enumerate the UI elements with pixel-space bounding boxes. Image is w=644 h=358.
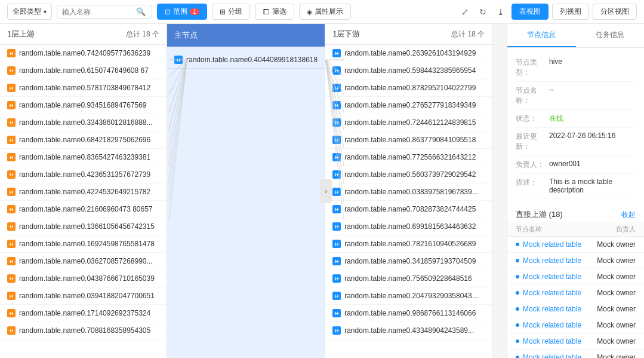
upstream-collapse-button[interactable]: 收起 bbox=[621, 210, 636, 220]
center-panel-header: 主节点 bbox=[167, 24, 325, 47]
downstream-node-item[interactable]: Hrandom.table.name0.8637790841095518 bbox=[325, 131, 492, 149]
upstream-panel-body[interactable]: Hrandom.table.name0.7424095773636239Hran… bbox=[0, 45, 167, 358]
related-name[interactable]: Mock related table bbox=[523, 289, 594, 297]
upstream-node-item[interactable]: Hrandom.table.name0.21606960473 80657 bbox=[0, 201, 167, 218]
upstream-panel: 1层上游 总计 18 个 Hrandom.table.name0.7424095… bbox=[0, 24, 167, 358]
table-view-button[interactable]: 表视图 bbox=[511, 4, 549, 20]
node-name-row: 节点名称： -- bbox=[516, 82, 636, 110]
status-value: 在线 bbox=[549, 114, 636, 124]
related-dot bbox=[516, 339, 519, 343]
attr-button[interactable]: ◈ 属性展示 bbox=[299, 4, 351, 20]
downstream-node-item[interactable]: Hrandom.table.name0.2765277918349349 bbox=[325, 97, 492, 114]
last-update-label: 最近更新： bbox=[516, 131, 549, 152]
downstream-node-item[interactable]: Hrandom.table.name0.5603739729029542 bbox=[325, 166, 492, 183]
list-view-button[interactable]: 列视图 bbox=[552, 4, 589, 20]
main-node-item[interactable]: H random.table.name0.4044089918138618 bbox=[167, 51, 325, 69]
owner-row: 负责人： owner001 bbox=[516, 156, 636, 174]
upstream-node-item[interactable]: Hrandom.table.name0.04387666710165039 bbox=[0, 270, 167, 287]
node-icon: H bbox=[7, 309, 16, 317]
upstream-node-item[interactable]: Hrandom.table.name0.6150747649608 67 bbox=[0, 62, 167, 79]
upstream-node-item[interactable]: Hrandom.table.name0.16924598765581478 bbox=[0, 235, 167, 253]
downstream-node-item[interactable]: Hrandom.table.name0.7244612124839815 bbox=[325, 114, 492, 131]
group-button[interactable]: ⊞ 分组 bbox=[212, 4, 250, 20]
range-button[interactable]: ⊡ 范围 1 bbox=[157, 4, 207, 20]
node-name: random.table.name0.8365427463239381 bbox=[19, 153, 150, 161]
node-icon: H bbox=[7, 222, 16, 231]
search-input[interactable] bbox=[62, 8, 134, 16]
node-icon: H bbox=[174, 56, 183, 64]
upstream-node-item[interactable]: Hrandom.table.name0.7088168358954305 bbox=[0, 322, 167, 339]
upstream-node-item[interactable]: Hrandom.table.name0.4224532649215782 bbox=[0, 183, 167, 201]
node-name: random.table.name0.21606960473 80657 bbox=[19, 205, 153, 213]
fullscreen-icon[interactable]: ⤢ bbox=[458, 6, 472, 18]
node-icon: H bbox=[332, 222, 341, 231]
upstream-section-header: 直接上游 (18) 收起 bbox=[507, 204, 644, 222]
node-icon: H bbox=[332, 49, 341, 57]
node-name: random.table.name0.934516894767569 bbox=[19, 101, 147, 109]
status-label: 状态： bbox=[516, 114, 549, 124]
related-items-list: Mock related table Mock owner Mock relat… bbox=[507, 237, 644, 358]
node-name: random.table.name0.3418597193704509 bbox=[344, 257, 476, 265]
toolbar: 全部类型 ▾ 🔍 ⊡ 范围 1 ⊞ 分组 ⧠ 筛选 ◈ 属性展示 ⤢ ↻ ⤓ bbox=[0, 0, 644, 24]
downstream-node-item[interactable]: Hrandom.table.name0.756509228648516 bbox=[325, 270, 492, 287]
main-node-name: random.table.name0.4044089918138618 bbox=[186, 56, 318, 64]
related-name[interactable]: Mock related table bbox=[523, 353, 594, 358]
downstream-node-item[interactable]: Hrandom.table.name0.204793290358043... bbox=[325, 287, 492, 305]
node-name: random.table.name0.2765277918349349 bbox=[344, 101, 476, 109]
upstream-node-item[interactable]: Hrandom.table.name0.1714092692375324 bbox=[0, 305, 167, 322]
node-name: random.table.name0.4236531357672739 bbox=[19, 170, 150, 179]
center-panel: 主节点 › H random.table.name0.4044089918138… bbox=[167, 24, 325, 358]
node-name: random.table.name0.5984432385965954 bbox=[344, 66, 476, 75]
upstream-section-title: 直接上游 (18) bbox=[516, 209, 563, 220]
downstream-node-item[interactable]: Hrandom.table.name0.8782952104022799 bbox=[325, 79, 492, 97]
downstream-node-item[interactable]: Hrandom.table.name0.3418597193704509 bbox=[325, 253, 492, 270]
downstream-node-item[interactable]: Hrandom.table.name0.9868766113146066 bbox=[325, 305, 492, 322]
downstream-node-item[interactable]: Hrandom.table.name0.43348904243589... bbox=[325, 322, 492, 339]
upstream-node-item[interactable]: Hrandom.table.name0.934516894767569 bbox=[0, 97, 167, 114]
info-section: 节点类型： hive 节点名称： -- 状态： 在线 最近更新： 2022-07… bbox=[507, 48, 644, 204]
related-name[interactable]: Mock related table bbox=[523, 273, 594, 281]
refresh-icon[interactable]: ↻ bbox=[476, 6, 490, 18]
search-box[interactable]: 🔍 bbox=[57, 5, 152, 19]
owner-label: 负责人： bbox=[516, 160, 549, 170]
download-icon[interactable]: ⤓ bbox=[494, 6, 508, 18]
expand-button[interactable]: › bbox=[320, 179, 332, 203]
downstream-node-item[interactable]: Hrandom.table.name0.6991815634463632 bbox=[325, 218, 492, 235]
related-name[interactable]: Mock related table bbox=[523, 337, 594, 345]
view-controls: ⤢ ↻ ⤓ 表视图 列视图 分区视图 bbox=[458, 4, 637, 20]
center-title: 主节点 bbox=[174, 30, 198, 41]
partition-view-button[interactable]: 分区视图 bbox=[593, 4, 637, 20]
downstream-node-item[interactable]: Hrandom.table.name0.5984432385965954 bbox=[325, 62, 492, 79]
downstream-node-item[interactable]: Hrandom.table.name0.2639261043194929 bbox=[325, 45, 492, 62]
upstream-node-item[interactable]: Hrandom.table.name0.8365427463239381 bbox=[0, 149, 167, 166]
type-select[interactable]: 全部类型 ▾ bbox=[7, 4, 52, 20]
downstream-node-item[interactable]: Hrandom.table.name0.7725666321643212 bbox=[325, 149, 492, 166]
related-item: Mock related table Mock owner bbox=[507, 301, 644, 317]
upstream-node-item[interactable]: Hrandom.table.name0.4236531357672739 bbox=[0, 166, 167, 183]
filter-button[interactable]: ⧠ 筛选 bbox=[255, 4, 294, 20]
node-icon: H bbox=[332, 292, 341, 300]
related-name[interactable]: Mock related table bbox=[523, 256, 594, 265]
related-name[interactable]: Mock related table bbox=[523, 240, 594, 249]
downstream-panel-body[interactable]: Hrandom.table.name0.2639261043194929Hran… bbox=[325, 45, 492, 358]
related-name[interactable]: Mock related table bbox=[523, 305, 594, 313]
node-name: random.table.name0.6991815634463632 bbox=[344, 222, 476, 231]
node-icon: H bbox=[332, 84, 341, 92]
upstream-node-item[interactable]: Hrandom.table.name0.13661056456742315 bbox=[0, 218, 167, 235]
node-name: random.table.name0.16924598765581478 bbox=[19, 240, 155, 248]
downstream-panel-header: 1层下游 总计 18 个 bbox=[325, 24, 492, 45]
downstream-node-item[interactable]: Hrandom.table.name0.038397581967839... bbox=[325, 183, 492, 201]
tab-task-info[interactable]: 任务信息 bbox=[576, 24, 645, 47]
upstream-node-item[interactable]: Hrandom.table.name0.5781703849678412 bbox=[0, 79, 167, 97]
upstream-node-item[interactable]: Hrandom.table.name0.6842182975062696 bbox=[0, 131, 167, 149]
upstream-node-item[interactable]: Hrandom.table.name0.036270857268990... bbox=[0, 253, 167, 270]
node-icon: H bbox=[332, 101, 341, 109]
upstream-node-item[interactable]: Hrandom.table.name0.03941882047700651 bbox=[0, 287, 167, 305]
downstream-node-item[interactable]: Hrandom.table.name0.7082873824744425 bbox=[325, 201, 492, 218]
upstream-node-item[interactable]: Hrandom.table.name0.7424095773636239 bbox=[0, 45, 167, 62]
related-name[interactable]: Mock related table bbox=[523, 321, 594, 329]
tab-node-info[interactable]: 节点信息 bbox=[507, 24, 576, 47]
upstream-node-item[interactable]: Hrandom.table.name0.334386012816888... bbox=[0, 114, 167, 131]
node-icon: H bbox=[7, 153, 16, 161]
downstream-node-item[interactable]: Hrandom.table.name0.7821610940526689 bbox=[325, 235, 492, 253]
